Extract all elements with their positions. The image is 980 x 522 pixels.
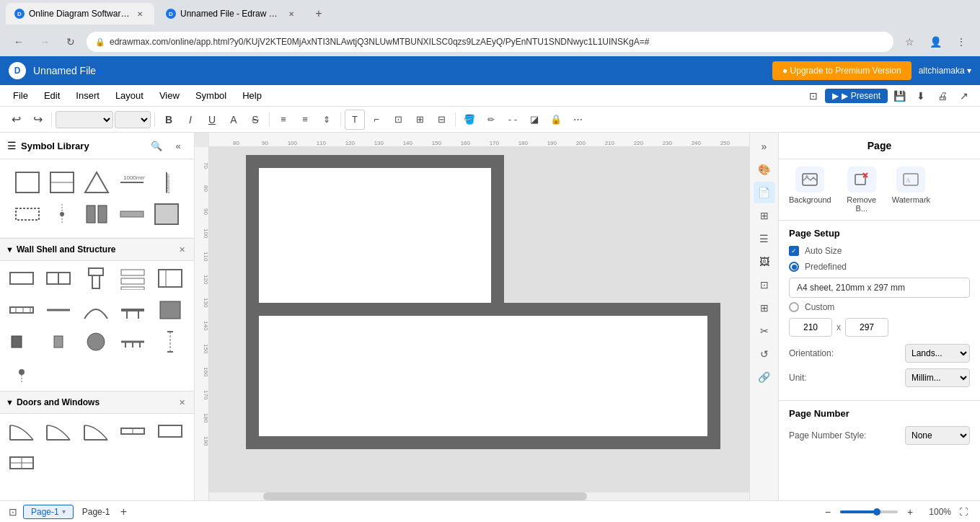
zoom-minus-button[interactable]: − (820, 504, 836, 520)
page-panel-button[interactable]: 📄 (754, 182, 775, 203)
symbol-item[interactable]: 1000mm (116, 168, 148, 197)
menu-view[interactable]: View (152, 87, 187, 104)
redo-button[interactable]: ↪ (27, 110, 48, 130)
page-add-button[interactable]: + (115, 504, 131, 520)
shape-align-button[interactable]: ⊡ (388, 110, 408, 130)
underline-button[interactable]: U (202, 110, 222, 130)
symbol-item[interactable] (6, 264, 37, 293)
more-options-button[interactable]: ⋯ (568, 110, 588, 130)
nav-forward-button[interactable]: → (35, 32, 55, 52)
section-doors-windows-close[interactable]: ✕ (175, 396, 188, 409)
unit-select[interactable]: Millim... Inches Pixels (905, 368, 970, 387)
zoom-plus-button[interactable]: + (902, 504, 918, 520)
fullscreen-button[interactable]: ⛶ (955, 504, 971, 520)
symbol-item[interactable] (117, 417, 149, 446)
undo-button[interactable]: ↩ (6, 110, 26, 130)
font-color-button[interactable]: A (224, 110, 244, 130)
symbol-collapse-button[interactable]: « (169, 137, 187, 154)
auto-size-checkbox[interactable]: ✓ (789, 246, 799, 256)
section-wall-shell-close[interactable]: ✕ (175, 243, 188, 256)
symbol-item[interactable] (117, 264, 149, 293)
page-number-style-select[interactable]: None 1, 2, 3 i, ii, iii (905, 426, 970, 445)
symbol-item[interactable] (81, 200, 112, 229)
nav-more-button[interactable]: ⋮ (951, 32, 971, 52)
symbol-item[interactable] (12, 168, 43, 197)
symbol-item[interactable] (154, 296, 186, 324)
background-action[interactable]: Background (789, 167, 831, 213)
nav-refresh-button[interactable]: ↻ (61, 32, 81, 52)
symbol-item[interactable] (6, 296, 37, 324)
preset-value-box[interactable]: A4 sheet, 210mm x 297 mm (789, 278, 970, 298)
download-button[interactable]: ⬇ (911, 86, 931, 106)
watermark-action[interactable]: A Watermark (892, 167, 930, 213)
predefined-radio[interactable] (789, 262, 799, 272)
link-panel-button[interactable]: 🔗 (754, 366, 775, 388)
layers-panel-button[interactable]: ☰ (754, 228, 775, 249)
orientation-select[interactable]: Lands... Portrait (905, 344, 970, 363)
page-tab-icon[interactable]: ⊡ (9, 506, 17, 518)
upgrade-button[interactable]: ● Upgrade to Premium Version (772, 61, 911, 80)
height-input[interactable] (845, 318, 888, 337)
page-tab-1[interactable]: Page-1 ▾ (23, 505, 74, 519)
shape-effect-button[interactable]: ◪ (524, 110, 544, 130)
symbol-item[interactable] (6, 327, 37, 356)
font-select[interactable] (56, 111, 113, 128)
symbol-item[interactable] (117, 296, 149, 324)
diagram-panel-button[interactable]: ⊡ (754, 274, 775, 296)
symbol-item[interactable] (151, 200, 182, 229)
fill-color-button[interactable]: 🪣 (459, 110, 480, 130)
print-button[interactable]: 🖨 (932, 86, 953, 106)
symbol-item[interactable] (46, 200, 78, 229)
fit-screen-button[interactable]: ⊡ (803, 86, 824, 106)
symbol-item[interactable] (154, 327, 186, 356)
shape-layer-button[interactable]: ⊟ (431, 110, 451, 130)
symbol-item[interactable] (80, 264, 112, 293)
nav-bookmark-button[interactable]: ☆ (899, 32, 919, 52)
symbol-item[interactable]: 1000 (80, 417, 112, 446)
table-panel-button[interactable]: ⊞ (754, 297, 775, 319)
text-style-button[interactable]: T (345, 110, 365, 130)
align-left-button[interactable]: ≡ (273, 110, 293, 130)
menu-symbol[interactable]: Symbol (188, 87, 234, 104)
symbol-item[interactable] (116, 200, 148, 229)
symbol-item[interactable] (80, 327, 112, 356)
section-wall-shell-header[interactable]: ▼ Wall Shell and Structure ✕ (0, 238, 194, 261)
symbol-item[interactable] (43, 264, 74, 293)
italic-button[interactable]: I (180, 110, 200, 130)
canvas-scrollbar-h[interactable] (209, 492, 749, 500)
menu-help[interactable]: Help (235, 87, 269, 104)
tab-add-button[interactable]: + (309, 4, 329, 24)
text-direction-button[interactable]: ⇕ (317, 110, 337, 130)
menu-edit[interactable]: Edit (37, 87, 67, 104)
format-panel-button[interactable]: 🎨 (754, 159, 775, 180)
line-style-button[interactable]: - - (503, 110, 523, 130)
symbol-item[interactable] (154, 417, 186, 446)
symbol-item[interactable] (46, 168, 78, 197)
share-button[interactable]: ↗ (954, 86, 974, 106)
present-button[interactable]: ▶ ▶ Present (825, 89, 888, 103)
symbol-item[interactable] (117, 327, 149, 356)
symbol-search-button[interactable]: 🔍 (148, 137, 165, 154)
nav-back-button[interactable]: ← (9, 32, 29, 52)
strikethrough-button[interactable]: S (245, 110, 265, 130)
shape-group-button[interactable]: ⊞ (410, 110, 430, 130)
section-doors-windows-header[interactable]: ▼ Doors and Windows ✕ (0, 391, 194, 414)
connector-button[interactable]: ⌐ (366, 110, 387, 130)
align-center-button[interactable]: ≡ (295, 110, 315, 130)
save-button[interactable]: 💾 (889, 86, 909, 106)
tab-close-1[interactable]: ✕ (134, 8, 146, 19)
crop-panel-button[interactable]: ✂ (754, 320, 775, 342)
symbol-item[interactable] (12, 200, 43, 229)
width-input[interactable] (789, 318, 832, 337)
history-panel-button[interactable]: ↺ (754, 343, 775, 365)
zoom-slider-track[interactable] (840, 510, 898, 513)
symbol-item[interactable]: 1200 (43, 417, 74, 446)
image-panel-button[interactable]: 🖼 (754, 251, 775, 273)
nav-profile-button[interactable]: 👤 (925, 32, 945, 52)
menu-insert[interactable]: Insert (69, 87, 107, 104)
symbol-item[interactable] (43, 296, 74, 324)
custom-radio[interactable] (789, 302, 799, 312)
tab-1[interactable]: D Online Diagram Software - Edra... ✕ (6, 3, 154, 25)
expand-panel-button[interactable]: » (754, 136, 775, 157)
symbol-item[interactable] (81, 168, 112, 197)
